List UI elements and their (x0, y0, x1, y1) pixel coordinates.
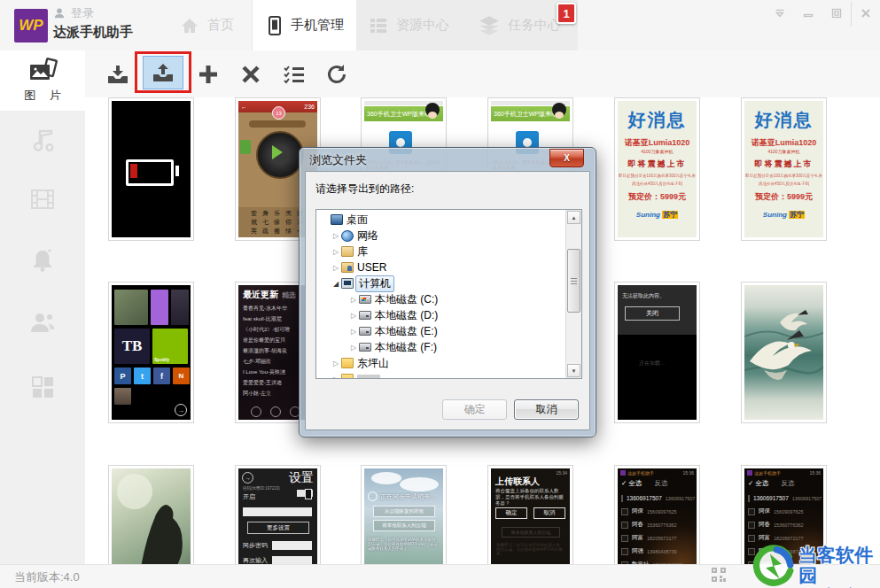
app-badge-text: 达派手机助手 (627, 470, 654, 476)
password2-label: 再次输入 (243, 556, 268, 564)
tree-item-desktop[interactable]: 桌面 (318, 212, 565, 228)
contact-list: 1360691750713606917507 阿保15609097625 阿春1… (621, 491, 694, 564)
checklist-button[interactable] (276, 57, 312, 92)
scroll-up-icon[interactable]: ▲ (567, 211, 580, 224)
title-bar: WP 登录 达派手机助手 首页 手机管理 资源中心 (0, 0, 880, 51)
checkbox (621, 495, 623, 502)
login-button[interactable]: 登录 (53, 5, 94, 21)
expand-arrow-icon[interactable]: ▷ (348, 296, 359, 304)
checkbox (621, 535, 628, 542)
song-name: feat skull-比潮尼 (243, 315, 282, 323)
thumbnail-error-screen[interactable]: 无法获取此内容。 关闭 正在加载… (614, 282, 700, 423)
tree-item-clipped[interactable]: ▷ (318, 371, 565, 379)
refresh-button[interactable] (319, 57, 354, 92)
list-title: 最近更新精选 (243, 289, 296, 301)
person-art (112, 468, 191, 564)
checkbox (748, 535, 755, 542)
scrollbar-thumb[interactable] (567, 249, 580, 313)
drive-icon (359, 327, 371, 336)
thumbnail-wp-home[interactable]: TB Spotify P t f N → (108, 282, 194, 423)
delete-button[interactable] (233, 57, 269, 92)
expand-arrow-icon[interactable]: ▷ (348, 328, 359, 336)
sidebar-item-pictures[interactable]: 图 片 (0, 50, 85, 111)
app-window: WP 登录 达派手机助手 首页 手机管理 资源中心 (0, 0, 880, 588)
video-icon (28, 185, 57, 213)
tree-item-network[interactable]: ▷ 网络 (318, 228, 565, 244)
tab-home-label: 首页 (207, 17, 234, 34)
play-icon (272, 145, 283, 159)
thumbnail-battery[interactable] (108, 97, 194, 241)
login-label: 登录 (71, 5, 94, 21)
faint-text: 温馨提示：你可以把手机的联系人备份到云端，当你更换新的WP手机时恢复。 (496, 543, 564, 556)
tree-item-drive-f[interactable]: ▷ 本地磁盘 (F:) (318, 339, 565, 355)
poster-smallprint: 再送价值450元房贷充电子码 (618, 182, 697, 186)
expand-arrow-icon[interactable]: ▷ (348, 312, 359, 320)
tree-item-drive-e[interactable]: ▷ 本地磁盘 (E:) (318, 323, 565, 339)
expand-arrow-icon[interactable]: ▷ (331, 375, 341, 380)
computer-icon (341, 278, 354, 289)
restore-icon[interactable] (822, 0, 851, 27)
ok-button[interactable]: 确定 (442, 399, 507, 420)
tree-label-clipped (357, 375, 380, 379)
contact-row: 阿春15360776362 (621, 518, 694, 531)
thumbnail-person-photo[interactable] (108, 465, 194, 564)
minimize-icon[interactable] (794, 0, 822, 27)
thumbnail-sync[interactable]: ←正在同步中请稍等… 从云端恢复到本地 将本地联系人到云端 温馨提示：你可以把手… (361, 465, 447, 564)
tree-item-drive-d[interactable]: ▷ 本地磁盘 (D:) (318, 307, 565, 323)
download-button[interactable] (100, 57, 136, 92)
sidebar-pictures-label: 图 片 (0, 88, 85, 104)
tab-resource-center-label: 资源中心 (396, 17, 449, 34)
poster-line: 即将震撼上市 (618, 159, 697, 170)
sidebar-item-video[interactable] (0, 185, 85, 213)
expand-arrow-icon[interactable]: ▷ (331, 264, 341, 272)
collapse-arrow-icon[interactable]: ◢ (331, 280, 341, 288)
tree-item-libraries[interactable]: ▷ 库 (318, 244, 565, 259)
expand-arrow-icon[interactable]: ▷ (331, 360, 341, 368)
thumbnail-seagull[interactable] (741, 282, 827, 423)
scroll-down-icon[interactable]: ▼ (567, 364, 580, 377)
tree-scrollbar[interactable]: ▲ ▼ (565, 210, 581, 378)
thumbnail-contacts-1[interactable]: 达派手机助手15:36 ✓ 全选反选 136069175071360691750… (614, 465, 700, 564)
tab-resource-center[interactable]: 资源中心 (356, 0, 461, 50)
expand-arrow-icon[interactable]: ▷ (348, 344, 359, 352)
contact-name: 阿保 (632, 507, 643, 515)
brand-logo: Suning 苏宁 (618, 210, 697, 220)
battery-screenshot (112, 101, 191, 237)
app-badge: 达派手机助手 (747, 470, 781, 476)
cancel-button[interactable]: 取消 (514, 399, 579, 420)
add-button[interactable] (191, 57, 226, 92)
contact-name: 阿富 (632, 534, 643, 542)
app360-cross (396, 138, 405, 147)
upload-button[interactable] (143, 56, 183, 89)
expand-arrow-icon[interactable]: ▷ (331, 248, 341, 256)
tree-item-computer[interactable]: ◢ 计算机 (318, 275, 565, 291)
app360-cross (523, 138, 532, 147)
sidebar-item-music[interactable] (0, 126, 85, 154)
tree-item-user[interactable]: ▷ USER (318, 259, 565, 275)
battery-tip (175, 166, 179, 176)
contact-phone: 13980438739 (647, 549, 677, 554)
sidebar-item-contacts[interactable] (0, 309, 85, 336)
qr-code-icon[interactable] (712, 568, 726, 582)
expand-arrow-icon[interactable]: ▷ (331, 232, 341, 240)
watermark-title: 当客软件园 (798, 545, 880, 585)
song-name: I Love You-吴映洁 (243, 368, 285, 376)
thumbnail-upload-contacts[interactable]: 15:34 上传联系人 将会覆盖上后备份的联系人数据，是否将手机联系人备份到服务… (487, 465, 573, 564)
close-icon[interactable] (852, 0, 880, 27)
tab-phone-manage[interactable]: 手机管理 (252, 0, 358, 50)
contacts-screenshot: 达派手机助手15:36 ✓ 全选反选 136069175071360691750… (618, 468, 697, 564)
thumbnail-poster-1[interactable]: 好消息 诺基亚Lumia1020 4100万像素神机 即将震撼上市 即日起预付定… (614, 97, 700, 241)
tree-item-drive-c[interactable]: ▷ 本地磁盘 (C:) (318, 291, 565, 307)
watermark-text: 当客软件园 www.downkr.com (798, 545, 880, 588)
dialog-close-icon[interactable]: X (549, 149, 584, 167)
tree-item-folder[interactable]: ▷ 东坪山 (318, 355, 565, 371)
back-circle-icon: ← (368, 491, 378, 501)
skin-menu-icon[interactable] (766, 0, 794, 27)
sidebar-item-alerts[interactable] (0, 245, 85, 275)
brand-name: Suning (763, 211, 787, 219)
contact-name: 阿富 (759, 534, 770, 542)
thumbnail-settings[interactable]: → 设置 密码(范围ID:197223) 开启 更多设置 同步密码 再次输入 (235, 465, 321, 564)
sidebar-item-apps[interactable] (0, 374, 85, 400)
thumbnail-poster-2[interactable]: 好消息 诺基亚Lumia1020 4100万像素神机 即将震撼上市 即日起预付定… (741, 97, 827, 241)
tab-home[interactable]: 首页 (162, 0, 251, 50)
